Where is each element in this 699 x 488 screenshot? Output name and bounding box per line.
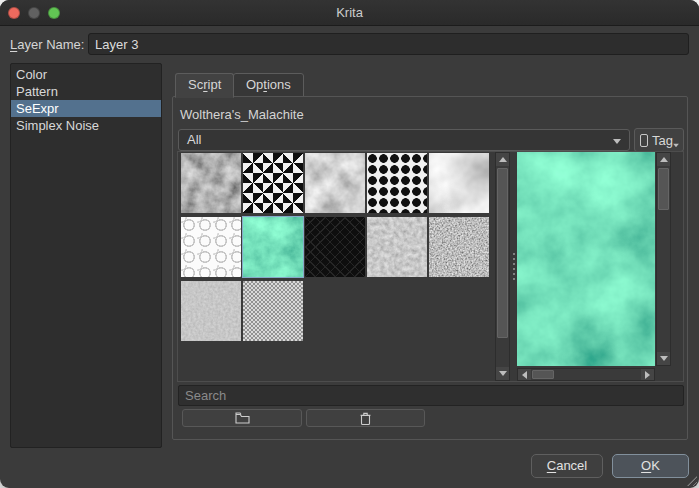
pattern-thumbnail-gray-weave[interactable]: [181, 281, 241, 341]
pattern-thumbnail-bw-geometric[interactable]: [243, 153, 303, 213]
tab-script[interactable]: Script: [175, 73, 234, 98]
generator-list-item-seexpr[interactable]: SeExpr: [11, 100, 161, 117]
layer-name-label: Layer Name:: [10, 37, 84, 52]
resize-grip[interactable]: [687, 476, 697, 486]
preview-vertical-scrollbar[interactable]: [656, 152, 671, 366]
pattern-search-input[interactable]: [178, 385, 684, 406]
preview-hscroll-thumb[interactable]: [532, 370, 554, 379]
tag-filter-combobox[interactable]: All: [178, 129, 630, 151]
delete-resource-button[interactable]: [306, 409, 425, 427]
scroll-right-button[interactable]: [641, 369, 654, 380]
grid-scrollbar-thumb[interactable]: [497, 168, 508, 338]
trash-icon: [360, 412, 371, 425]
tab-options[interactable]: Options: [233, 73, 304, 97]
generator-list-item-simplex-noise[interactable]: Simplex Noise: [11, 117, 161, 134]
tag-filter-value: All: [187, 132, 201, 147]
generator-list-item-pattern[interactable]: Pattern: [11, 83, 161, 100]
scroll-down-button[interactable]: [657, 352, 670, 365]
chevron-down-icon: [613, 139, 621, 144]
layer-name-input[interactable]: [88, 33, 689, 55]
tag-button[interactable]: Tag: [634, 128, 684, 152]
krita-dialog-window: Krita Layer Name: ColorPatternSeExprSimp…: [0, 0, 699, 488]
tag-icon: [640, 134, 648, 147]
folder-icon: [235, 412, 250, 424]
pattern-thumbnail-halftone-gray[interactable]: [243, 281, 303, 341]
pattern-thumbnail-dark-clouds[interactable]: [181, 153, 241, 213]
preview-vscroll-thumb[interactable]: [658, 168, 669, 210]
scroll-down-button[interactable]: [496, 367, 509, 380]
generator-list[interactable]: ColorPatternSeExprSimplex Noise: [10, 63, 162, 448]
pattern-thumbnail-gray-marble[interactable]: [305, 153, 365, 213]
pattern-preview-image: [517, 152, 655, 366]
tag-button-label: Tag: [652, 133, 673, 148]
scroll-left-button[interactable]: [518, 369, 531, 380]
chevron-down-icon: [673, 144, 679, 148]
generator-list-item-color[interactable]: Color: [11, 66, 161, 83]
grid-vertical-scrollbar[interactable]: [495, 152, 510, 381]
import-resource-button[interactable]: [182, 409, 302, 427]
scroll-up-button[interactable]: [496, 153, 509, 166]
pattern-thumbnail-speckle-noise[interactable]: [429, 217, 489, 277]
ok-button[interactable]: OK: [612, 454, 689, 478]
scroll-up-button[interactable]: [657, 153, 670, 166]
pattern-thumbnail-black-dots[interactable]: [367, 153, 427, 213]
window-title: Krita: [0, 5, 699, 20]
pattern-thumbnail-white-rings[interactable]: [181, 217, 241, 277]
pattern-thumbnail-malachite-green[interactable]: [243, 217, 303, 277]
pattern-thumbnail-dark-maze[interactable]: [305, 217, 365, 277]
cancel-button[interactable]: Cancel: [531, 454, 603, 478]
titlebar: Krita: [0, 0, 699, 26]
preview-horizontal-scrollbar[interactable]: [517, 368, 655, 381]
current-pattern-name: Wolthera's_Malachite: [180, 107, 304, 122]
pattern-chooser: [177, 151, 684, 382]
pattern-thumbnail-concrete[interactable]: [367, 217, 427, 277]
pattern-thumbnail-soft-smoke[interactable]: [429, 153, 489, 213]
